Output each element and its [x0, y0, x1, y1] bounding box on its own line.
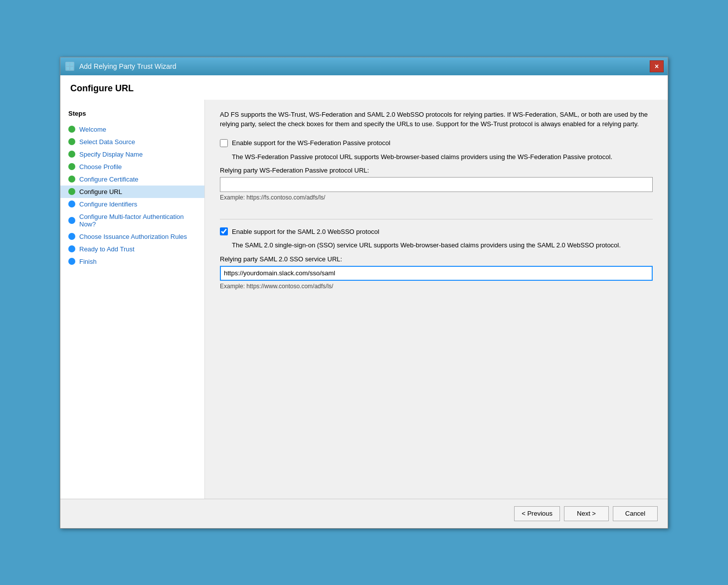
step-dot-choose-issuance: [68, 233, 75, 240]
next-button[interactable]: Next >: [564, 506, 609, 521]
saml-example: Example: https://www.contoso.com/adfs/ls…: [220, 283, 653, 290]
saml-field-label: Relying party SAML 2.0 SSO service URL:: [220, 255, 653, 263]
sidebar-item-label-configure-url: Configure URL: [79, 188, 122, 195]
sidebar-item-select-data-source[interactable]: Select Data Source: [60, 136, 204, 148]
svg-rect-4: [70, 67, 73, 70]
step-dot-specify-display-name: [68, 151, 75, 158]
sidebar-item-ready-to-add[interactable]: Ready to Add Trust: [60, 243, 204, 255]
title-bar: Add Relying Party Trust Wizard ×: [60, 57, 668, 75]
sidebar-item-configure-multifactor[interactable]: Configure Multi-factor Authentication No…: [60, 210, 204, 230]
sidebar-item-label-ready-to-add: Ready to Add Trust: [79, 245, 135, 253]
sidebar-item-label-configure-identifiers: Configure Identifiers: [79, 200, 137, 208]
svg-rect-3: [66, 67, 69, 70]
content-area: Configure URL Steps Welcome Select Data …: [60, 75, 668, 528]
step-dot-ready-to-add: [68, 245, 75, 252]
sidebar-item-finish[interactable]: Finish: [60, 255, 204, 268]
saml-checkbox-row: Enable support for the SAML 2.0 WebSSO p…: [220, 227, 653, 235]
ws-federation-section: Enable support for the WS-Federation Pas…: [220, 139, 653, 201]
sidebar: Steps Welcome Select Data Source Specify…: [60, 100, 205, 499]
sidebar-item-label-welcome: Welcome: [79, 126, 106, 133]
step-dot-configure-identifiers: [68, 200, 75, 207]
step-dot-select-data-source: [68, 138, 75, 145]
close-button[interactable]: ×: [650, 60, 664, 72]
sidebar-item-configure-url[interactable]: Configure URL: [60, 186, 204, 198]
previous-button[interactable]: < Previous: [514, 506, 560, 521]
main-layout: Steps Welcome Select Data Source Specify…: [60, 100, 668, 499]
sidebar-item-configure-certificate[interactable]: Configure Certificate: [60, 173, 204, 186]
footer: < Previous Next > Cancel: [60, 499, 668, 528]
saml-checkbox[interactable]: [220, 227, 228, 235]
ws-federation-description: The WS-Federation Passive protocol URL s…: [232, 152, 653, 162]
ws-federation-example: Example: https://fs.contoso.com/adfs/ls/: [220, 194, 653, 201]
sidebar-item-choose-profile[interactable]: Choose Profile: [60, 161, 204, 173]
step-dot-configure-multifactor: [68, 217, 75, 224]
saml-section: Enable support for the SAML 2.0 WebSSO p…: [220, 227, 653, 290]
window-title: Add Relying Party Trust Wizard: [79, 62, 177, 70]
main-window: Add Relying Party Trust Wizard × Configu…: [60, 57, 668, 529]
saml-description: The SAML 2.0 single-sign-on (SSO) servic…: [232, 240, 653, 250]
step-dot-configure-certificate: [68, 176, 75, 183]
sidebar-item-choose-issuance[interactable]: Choose Issuance Authorization Rules: [60, 230, 204, 243]
sidebar-item-configure-identifiers[interactable]: Configure Identifiers: [60, 198, 204, 210]
sidebar-item-label-configure-certificate: Configure Certificate: [79, 176, 139, 183]
step-dot-finish: [68, 258, 75, 265]
cancel-button[interactable]: Cancel: [613, 506, 658, 521]
step-dot-choose-profile: [68, 163, 75, 170]
saml-checkbox-label[interactable]: Enable support for the SAML 2.0 WebSSO p…: [232, 228, 379, 235]
sidebar-item-label-configure-multifactor: Configure Multi-factor Authentication No…: [79, 213, 196, 228]
ws-federation-url-input[interactable]: [220, 177, 653, 192]
ws-federation-field-label: Relying party WS-Federation Passive prot…: [220, 167, 653, 174]
page-title: Configure URL: [60, 75, 668, 100]
sidebar-item-label-select-data-source: Select Data Source: [79, 138, 135, 146]
title-bar-left: Add Relying Party Trust Wizard: [64, 61, 177, 72]
sidebar-item-welcome[interactable]: Welcome: [60, 123, 204, 136]
app-icon: [64, 61, 75, 72]
ws-federation-checkbox[interactable]: [220, 139, 228, 147]
sidebar-item-label-choose-issuance: Choose Issuance Authorization Rules: [79, 233, 187, 240]
steps-label: Steps: [60, 108, 204, 123]
step-dot-welcome: [68, 126, 75, 133]
ws-federation-checkbox-row: Enable support for the WS-Federation Pas…: [220, 139, 653, 147]
sidebar-item-label-finish: Finish: [79, 258, 97, 265]
divider: [220, 219, 653, 219]
right-panel: AD FS supports the WS-Trust, WS-Federati…: [205, 100, 668, 499]
sidebar-item-label-choose-profile: Choose Profile: [79, 163, 122, 171]
svg-rect-1: [66, 63, 69, 66]
sidebar-item-specify-display-name[interactable]: Specify Display Name: [60, 148, 204, 161]
sidebar-item-label-specify-display-name: Specify Display Name: [79, 151, 143, 158]
saml-url-input[interactable]: [220, 266, 653, 281]
svg-rect-2: [70, 63, 73, 66]
ws-federation-checkbox-label[interactable]: Enable support for the WS-Federation Pas…: [232, 139, 390, 147]
main-description: AD FS supports the WS-Trust, WS-Federati…: [220, 110, 653, 129]
step-dot-configure-url: [68, 188, 75, 195]
